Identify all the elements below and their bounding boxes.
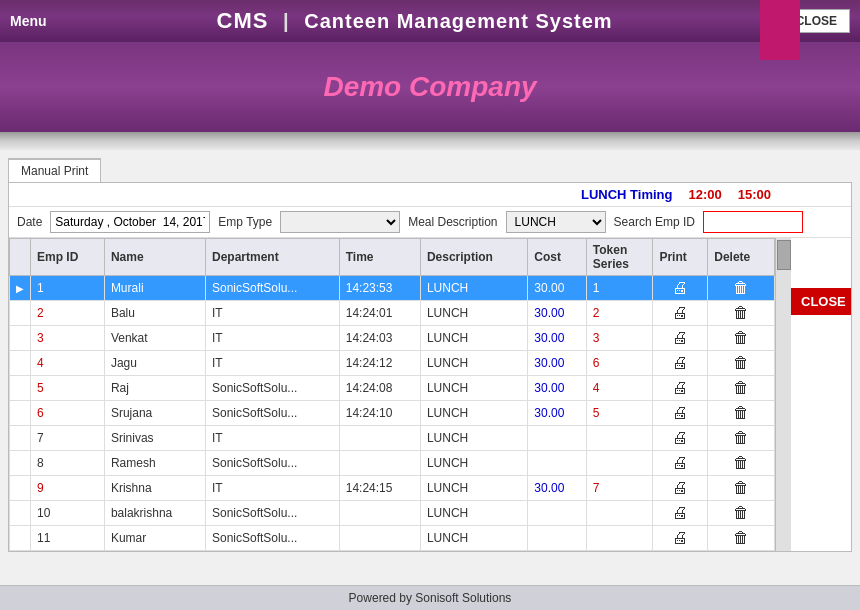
row-delete[interactable]: 🗑 [708, 376, 775, 401]
print-icon[interactable]: 🖨 [672, 454, 688, 471]
row-dept: IT [205, 301, 339, 326]
delete-icon[interactable]: 🗑 [733, 279, 749, 296]
delete-icon[interactable]: 🗑 [733, 529, 749, 546]
table-row[interactable]: 4 Jagu IT 14:24:12 LUNCH 30.00 6 🖨 🗑 [10, 351, 775, 376]
meal-desc-select[interactable]: LUNCH BREAKFAST DINNER [506, 211, 606, 233]
row-delete[interactable]: 🗑 [708, 501, 775, 526]
delete-icon[interactable]: 🗑 [733, 329, 749, 346]
print-icon[interactable]: 🖨 [672, 529, 688, 546]
table-row[interactable]: 7 Srinivas IT LUNCH 🖨 🗑 [10, 426, 775, 451]
row-name: Balu [104, 301, 205, 326]
row-delete[interactable]: 🗑 [708, 451, 775, 476]
table-row[interactable]: 8 Ramesh SonicSoftSolu... LUNCH 🖨 🗑 [10, 451, 775, 476]
delete-icon[interactable]: 🗑 [733, 479, 749, 496]
row-print[interactable]: 🖨 [653, 426, 708, 451]
row-desc: LUNCH [420, 401, 527, 426]
row-cost: 30.00 [528, 351, 586, 376]
timing-end: 15:00 [738, 187, 771, 202]
col-token-series: TokenSeries [586, 239, 653, 276]
row-print[interactable]: 🖨 [653, 326, 708, 351]
delete-icon[interactable]: 🗑 [733, 429, 749, 446]
emp-type-select[interactable]: All [280, 211, 400, 233]
delete-icon[interactable]: 🗑 [733, 454, 749, 471]
row-delete[interactable]: 🗑 [708, 526, 775, 551]
table-row[interactable]: 6 Srujana SonicSoftSolu... 14:24:10 LUNC… [10, 401, 775, 426]
row-time: 14:24:15 [339, 476, 420, 501]
delete-icon[interactable]: 🗑 [733, 304, 749, 321]
row-print[interactable]: 🖨 [653, 376, 708, 401]
row-dept: IT [205, 351, 339, 376]
row-cost: 30.00 [528, 301, 586, 326]
row-print[interactable]: 🖨 [653, 301, 708, 326]
col-cost: Cost [528, 239, 586, 276]
row-name: Ramesh [104, 451, 205, 476]
delete-icon[interactable]: 🗑 [733, 404, 749, 421]
row-dept: SonicSoftSolu... [205, 276, 339, 301]
scrollbar[interactable] [775, 238, 791, 551]
row-print[interactable]: 🖨 [653, 526, 708, 551]
row-print[interactable]: 🖨 [653, 476, 708, 501]
row-emp-id: 4 [31, 351, 105, 376]
table-row[interactable]: ▶ 1 Murali SonicSoftSolu... 14:23:53 LUN… [10, 276, 775, 301]
row-dept: SonicSoftSolu... [205, 501, 339, 526]
print-icon[interactable]: 🖨 [672, 279, 688, 296]
table-row[interactable]: 10 balakrishna SonicSoftSolu... LUNCH 🖨 … [10, 501, 775, 526]
row-cost: 30.00 [528, 401, 586, 426]
row-delete[interactable]: 🗑 [708, 401, 775, 426]
row-emp-id: 7 [31, 426, 105, 451]
table-close-button[interactable]: CLOSE [791, 288, 851, 315]
search-emp-input[interactable] [703, 211, 803, 233]
row-print[interactable]: 🖨 [653, 451, 708, 476]
row-delete[interactable]: 🗑 [708, 426, 775, 451]
col-time: Time [339, 239, 420, 276]
row-delete[interactable]: 🗑 [708, 351, 775, 376]
row-time [339, 451, 420, 476]
print-icon[interactable]: 🖨 [672, 404, 688, 421]
row-dept: IT [205, 326, 339, 351]
row-name: Raj [104, 376, 205, 401]
print-icon[interactable]: 🖨 [672, 354, 688, 371]
print-icon[interactable]: 🖨 [672, 379, 688, 396]
row-delete[interactable]: 🗑 [708, 276, 775, 301]
row-emp-id: 3 [31, 326, 105, 351]
row-name: Kumar [104, 526, 205, 551]
delete-icon[interactable]: 🗑 [733, 379, 749, 396]
col-department: Department [205, 239, 339, 276]
row-print[interactable]: 🖨 [653, 501, 708, 526]
print-icon[interactable]: 🖨 [672, 304, 688, 321]
row-cost: 30.00 [528, 476, 586, 501]
row-indicator [10, 426, 31, 451]
row-delete[interactable]: 🗑 [708, 476, 775, 501]
table-row[interactable]: 9 Krishna IT 14:24:15 LUNCH 30.00 7 🖨 🗑 [10, 476, 775, 501]
row-emp-id: 2 [31, 301, 105, 326]
row-time [339, 426, 420, 451]
scroll-thumb[interactable] [777, 240, 791, 270]
tab-manual-print[interactable]: Manual Print [8, 158, 101, 182]
table-row[interactable]: 5 Raj SonicSoftSolu... 14:24:08 LUNCH 30… [10, 376, 775, 401]
row-desc: LUNCH [420, 326, 527, 351]
row-delete[interactable]: 🗑 [708, 326, 775, 351]
row-indicator [10, 451, 31, 476]
row-print[interactable]: 🖨 [653, 276, 708, 301]
delete-icon[interactable]: 🗑 [733, 504, 749, 521]
row-emp-id: 10 [31, 501, 105, 526]
print-icon[interactable]: 🖨 [672, 479, 688, 496]
table-row[interactable]: 11 Kumar SonicSoftSolu... LUNCH 🖨 🗑 [10, 526, 775, 551]
row-time: 14:23:53 [339, 276, 420, 301]
col-description: Description [420, 239, 527, 276]
emp-type-label: Emp Type [218, 215, 272, 229]
row-print[interactable]: 🖨 [653, 401, 708, 426]
row-print[interactable]: 🖨 [653, 351, 708, 376]
print-icon[interactable]: 🖨 [672, 504, 688, 521]
delete-icon[interactable]: 🗑 [733, 354, 749, 371]
print-icon[interactable]: 🖨 [672, 329, 688, 346]
menu-label[interactable]: Menu [10, 13, 47, 29]
row-token [586, 501, 653, 526]
row-cost [528, 526, 586, 551]
print-icon[interactable]: 🖨 [672, 429, 688, 446]
date-input[interactable] [50, 211, 210, 233]
table-row[interactable]: 3 Venkat IT 14:24:03 LUNCH 30.00 3 🖨 🗑 [10, 326, 775, 351]
row-cost [528, 451, 586, 476]
table-row[interactable]: 2 Balu IT 14:24:01 LUNCH 30.00 2 🖨 🗑 [10, 301, 775, 326]
row-delete[interactable]: 🗑 [708, 301, 775, 326]
